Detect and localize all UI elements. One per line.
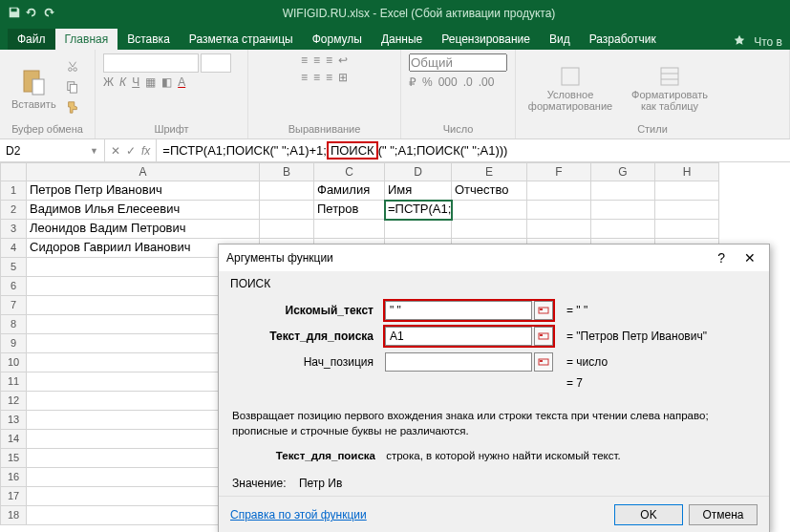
arg3-input[interactable] xyxy=(385,352,532,372)
cell[interactable] xyxy=(260,181,314,201)
row-header[interactable]: 17 xyxy=(0,487,27,506)
enter-formula-icon[interactable]: ✓ xyxy=(126,144,136,158)
tab-home[interactable]: Главная xyxy=(55,29,118,50)
redo-icon[interactable] xyxy=(42,6,55,22)
row-header[interactable]: 15 xyxy=(0,449,27,468)
col-header[interactable]: B xyxy=(260,162,314,181)
fx-icon[interactable]: fx xyxy=(141,144,150,158)
tell-me-text[interactable]: Что в xyxy=(754,35,782,49)
row-header[interactable]: 2 xyxy=(0,201,27,220)
align-left-icon[interactable]: ≡ xyxy=(301,71,308,84)
col-header[interactable]: E xyxy=(452,162,527,181)
col-header[interactable]: C xyxy=(314,162,385,181)
merge-icon[interactable]: ⊞ xyxy=(338,71,348,84)
cell[interactable]: Леонидов Вадим Петрович xyxy=(27,220,260,239)
name-box[interactable]: ▼ xyxy=(0,139,105,161)
formula-input[interactable]: =ПСТР(A1;ПОИСК(" ";A1)+1;ПОИСК(" ";A1;ПО… xyxy=(157,139,790,161)
tab-page-layout[interactable]: Разметка страницы xyxy=(180,29,303,50)
col-header[interactable]: A xyxy=(27,162,260,181)
collapse-dialog-icon[interactable] xyxy=(534,352,553,372)
paste-button[interactable]: Вставить xyxy=(8,66,60,112)
font-family-select[interactable] xyxy=(103,53,199,73)
percent-icon[interactable]: % xyxy=(422,75,433,89)
dec-decimal-icon[interactable]: .00 xyxy=(479,75,495,89)
wrap-text-icon[interactable]: ↩ xyxy=(338,53,348,67)
cut-icon[interactable] xyxy=(66,60,79,76)
format-as-table-button[interactable]: Форматировать как таблицу xyxy=(623,64,716,114)
cell[interactable] xyxy=(260,201,314,220)
row-header[interactable]: 11 xyxy=(0,372,27,392)
cell[interactable] xyxy=(527,220,591,239)
row-header[interactable]: 18 xyxy=(0,506,27,525)
cell[interactable] xyxy=(452,220,527,239)
align-right-icon[interactable]: ≡ xyxy=(326,71,332,84)
cell[interactable] xyxy=(385,220,452,239)
cell[interactable] xyxy=(655,201,719,220)
row-header[interactable]: 12 xyxy=(0,392,27,411)
copy-icon[interactable] xyxy=(66,80,79,96)
fill-color-icon[interactable]: ◧ xyxy=(161,75,172,89)
row-header[interactable]: 16 xyxy=(0,468,27,487)
collapse-dialog-icon[interactable] xyxy=(534,301,553,320)
dialog-close-icon[interactable]: ✕ xyxy=(738,250,761,266)
tab-view[interactable]: Вид xyxy=(540,29,580,50)
cell[interactable]: Фамилия xyxy=(314,181,385,201)
arg1-input[interactable] xyxy=(385,301,532,320)
save-icon[interactable] xyxy=(8,6,21,22)
row-header[interactable]: 13 xyxy=(0,411,27,430)
cell[interactable]: =ПСТР(A1;ПОИСК(" ";A1)+1;ПОИСК(" ";A1;ПО… xyxy=(385,201,452,220)
format-painter-icon[interactable] xyxy=(66,100,79,117)
cell[interactable]: Отчество xyxy=(452,181,527,201)
tab-file[interactable]: Файл xyxy=(8,29,55,50)
inc-decimal-icon[interactable]: .0 xyxy=(463,75,473,89)
tab-review[interactable]: Рецензирование xyxy=(432,29,540,50)
cell[interactable] xyxy=(452,201,527,220)
cell[interactable] xyxy=(591,201,655,220)
align-bottom-icon[interactable]: ≡ xyxy=(326,53,332,67)
col-header[interactable]: H xyxy=(655,162,719,181)
comma-icon[interactable]: 000 xyxy=(438,75,458,89)
col-header[interactable]: D xyxy=(385,162,452,181)
align-middle-icon[interactable]: ≡ xyxy=(313,53,320,67)
conditional-formatting-button[interactable]: Условное форматирование xyxy=(523,64,617,114)
tab-developer[interactable]: Разработчик xyxy=(580,29,666,50)
font-color-icon[interactable]: А xyxy=(178,75,185,89)
select-all-corner[interactable] xyxy=(0,162,27,181)
tab-data[interactable]: Данные xyxy=(372,29,432,50)
col-header[interactable]: F xyxy=(527,162,591,181)
undo-icon[interactable] xyxy=(25,6,38,22)
ok-button[interactable]: OK xyxy=(614,504,683,525)
cell[interactable] xyxy=(260,220,314,239)
underline-icon[interactable]: Ч xyxy=(132,75,139,89)
tell-me-icon[interactable] xyxy=(733,33,746,50)
tab-formulas[interactable]: Формулы xyxy=(303,29,372,50)
number-format-select[interactable] xyxy=(409,53,507,72)
cell[interactable] xyxy=(591,220,655,239)
border-icon[interactable]: ▦ xyxy=(145,75,156,89)
row-header[interactable]: 10 xyxy=(0,353,27,372)
cell[interactable] xyxy=(314,220,385,239)
italic-icon[interactable]: К xyxy=(119,75,126,89)
row-header[interactable]: 8 xyxy=(0,315,27,334)
name-box-input[interactable] xyxy=(6,144,73,158)
cell[interactable] xyxy=(655,181,719,201)
cell[interactable] xyxy=(527,181,591,201)
cell[interactable]: Имя xyxy=(385,181,452,201)
row-header[interactable]: 7 xyxy=(0,296,27,315)
dialog-titlebar[interactable]: Аргументы функции ? ✕ xyxy=(219,245,769,271)
collapse-dialog-icon[interactable] xyxy=(534,327,553,346)
cancel-button[interactable]: Отмена xyxy=(689,504,758,525)
cell[interactable] xyxy=(527,201,591,220)
row-header[interactable]: 1 xyxy=(0,181,27,201)
font-size-select[interactable] xyxy=(201,53,231,73)
align-center-icon[interactable]: ≡ xyxy=(313,71,320,84)
arg2-input[interactable] xyxy=(385,327,532,346)
cell[interactable] xyxy=(591,181,655,201)
col-header[interactable]: G xyxy=(591,162,655,181)
cell[interactable] xyxy=(655,220,719,239)
cell[interactable]: Петров Петр Иванович xyxy=(27,181,260,201)
align-top-icon[interactable]: ≡ xyxy=(301,53,308,67)
dialog-help-icon[interactable]: ? xyxy=(712,250,731,266)
tab-insert[interactable]: Вставка xyxy=(117,29,180,50)
bold-icon[interactable]: Ж xyxy=(103,75,114,89)
